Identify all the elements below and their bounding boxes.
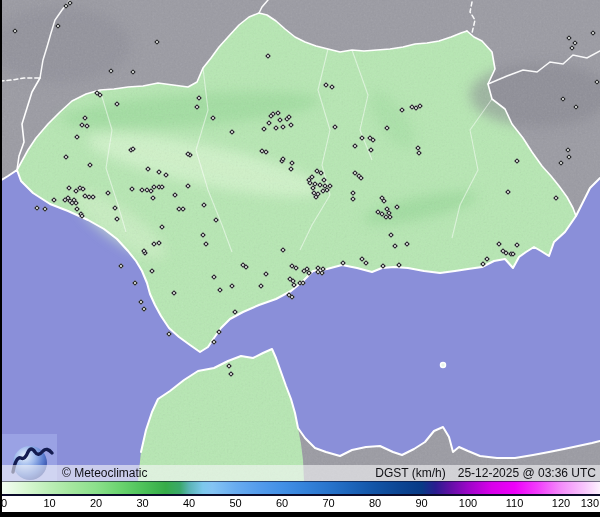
station-marker [228,371,234,377]
station-marker [280,124,286,130]
status-bar: © Meteoclimatic DGST (km/h) 25-12-2025 @… [0,465,600,481]
station-marker [514,158,520,164]
scale-tick: 10 [43,497,55,509]
station-marker [289,160,295,166]
station-marker [558,160,564,166]
station-marker [514,242,520,248]
station-marker [318,170,324,176]
station-marker [340,260,346,266]
station-marker [84,123,90,129]
station-marker [363,260,369,266]
station-marker [194,104,200,110]
station-marker [163,172,169,178]
station-marker [569,45,575,51]
station-marker [63,154,69,160]
station-marker [87,162,93,168]
product-label: DGST (km/h) [375,466,445,480]
station-marker [203,241,209,247]
weather-map-screenshot: © Meteoclimatic DGST (km/h) 25-12-2025 @… [0,0,600,517]
station-marker [42,206,48,212]
station-marker [572,40,578,46]
station-marker [300,280,306,286]
scale-tick: 70 [322,497,334,509]
station-marker [73,200,79,206]
station-marker [399,107,405,113]
color-scale-bar [0,481,600,494]
station-marker [132,280,138,286]
station-marker [156,240,162,246]
station-marker [180,206,186,212]
station-marker [258,283,264,289]
station-marker [381,198,387,204]
station-marker [118,263,124,269]
station-marker [159,184,165,190]
station-marker [273,125,279,131]
station-marker [80,186,86,192]
station-marker [114,216,120,222]
station-marker [141,306,147,312]
station-marker [480,261,486,267]
datetime-label: 25-12-2025 @ 03:36 UTC [458,466,596,480]
station-marker [266,120,272,126]
station-marker [105,190,111,196]
station-marker [288,166,294,172]
scale-tick: 50 [229,497,241,509]
station-marker [79,213,85,219]
station-marker [594,79,600,85]
station-marker [172,192,178,198]
station-marker [82,115,88,121]
left-border [0,0,2,517]
scale-tick-labels: 0102030405060708090100110120130 [0,496,600,512]
station-marker [196,95,202,101]
station-marker [505,189,511,195]
station-marker [392,243,398,249]
station-marker [560,96,566,102]
station-marker [590,30,596,36]
station-marker [201,202,207,208]
scale-tick: 90 [415,497,427,509]
scale-tick: 60 [276,497,288,509]
andalusia-gust-map: © Meteoclimatic DGST (km/h) 25-12-2025 @… [0,0,600,481]
station-marker [553,195,559,201]
station-marker [159,224,165,230]
station-marker [323,82,329,88]
station-marker [350,190,356,196]
station-marker [74,134,80,140]
station-marker [263,271,269,277]
scale-tick: 80 [369,497,381,509]
station-marker [114,101,120,107]
copyright-label: © Meteoclimatic [62,466,148,480]
station-marker [211,339,217,345]
station-marker [566,35,572,41]
station-marker [396,262,402,268]
station-marker [280,247,286,253]
scale-tick: 120 [552,497,570,509]
station-marker [216,329,222,335]
station-marker [388,232,394,238]
station-marker [277,117,283,123]
station-marker [145,166,151,172]
station-marker [404,241,410,247]
station-marker [380,263,386,269]
scale-tick: 110 [506,497,524,509]
station-marker [291,282,297,288]
scale-tick: 30 [136,497,148,509]
station-marker [368,147,374,153]
scale-tick: 130 [581,497,599,509]
station-marker [263,149,269,155]
station-marker [387,214,393,220]
station-marker [150,195,156,201]
station-marker [34,205,40,211]
station-marker [370,137,376,143]
station-marker [210,115,216,121]
station-marker [79,122,85,128]
station-marker [138,299,144,305]
station-marker [573,104,579,110]
station-marker [129,186,135,192]
station-marker [416,150,422,156]
bottom-border [0,512,600,517]
station-marker [154,39,160,45]
station-marker [565,147,571,153]
station-marker [229,283,235,289]
station-marker [358,175,364,181]
